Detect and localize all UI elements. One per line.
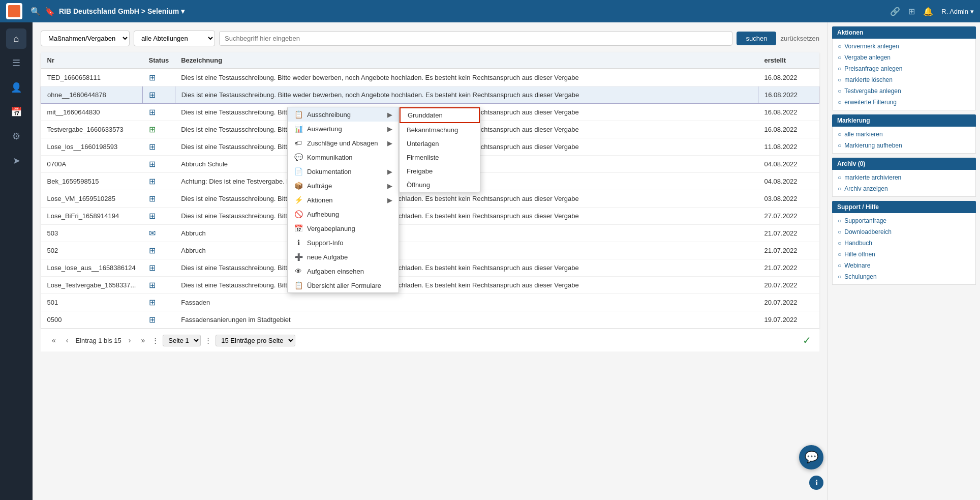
cell-bezeichnung: Fassaden: [175, 294, 758, 311]
menu-item-kommunikation[interactable]: 💬 Kommunikation: [288, 150, 399, 164]
search-input[interactable]: [219, 31, 732, 46]
panel-item-label: Handbuch: [844, 240, 872, 247]
submenu-item-freigabe[interactable]: Freigabe: [400, 164, 480, 178]
table-row[interactable]: Lose_VM_1659510285 ⊞ Dies ist eine Testa…: [41, 190, 819, 208]
notification-icon[interactable]: 🔔: [923, 7, 933, 16]
cell-erstellt: 21.07.2022: [758, 259, 819, 277]
table-row[interactable]: 0500 ⊞ Fassadensanierungen im Stadtgebie…: [41, 311, 819, 329]
panel-item-icon: ○: [838, 228, 841, 236]
page-prev-btn[interactable]: ‹: [63, 335, 72, 345]
submenu-item-bekanntmachung[interactable]: Bekanntmachung: [400, 123, 480, 137]
page-first-btn[interactable]: «: [49, 335, 59, 345]
submenu-item-grunddaten[interactable]: Grunddaten: [400, 107, 480, 123]
menu-item-aufhebung[interactable]: 🚫 Aufhebung: [288, 207, 399, 221]
panel-item-3-1[interactable]: ○ Downloadbereich: [833, 226, 975, 238]
table-row[interactable]: Lose_lose_aus__1658386124 ⊞ Dies ist ein…: [41, 259, 819, 277]
status-icon: ⊞: [149, 194, 156, 203]
panel-item-2-0[interactable]: ○ markierte archivieren: [833, 172, 975, 183]
panel-item-label: Vergabe anlegen: [844, 54, 891, 61]
panel-item-3-0[interactable]: ○ Supportanfrage: [833, 215, 975, 226]
per-page-select[interactable]: 15 Einträge pro Seite 25 Einträge pro Se…: [216, 335, 295, 346]
user-menu-button[interactable]: R. Admin ▾: [941, 8, 974, 15]
cell-nr: Lose_Testvergabe_1658337...: [41, 277, 143, 294]
arrow-icon-3: ▶: [387, 139, 392, 147]
table-row[interactable]: Lose_Testvergabe_1658337... ⊞ Dies ist e…: [41, 277, 819, 294]
col-status: Status: [143, 52, 175, 69]
panel-item-3-5[interactable]: ○ Schulungen: [833, 271, 975, 282]
page-select[interactable]: Seite 1 Seite 2: [163, 335, 201, 346]
menu-item-auswertung[interactable]: 📊 Auswertung ▶: [288, 122, 399, 136]
menu-item-formulare[interactable]: 📋 Übersicht aller Formulare: [288, 278, 399, 292]
menu-item-support-info[interactable]: ℹ Support-Info: [288, 236, 399, 250]
submenu-item-unterlagen[interactable]: Unterlagen: [400, 137, 480, 151]
table-row[interactable]: 501 ⊞ Fassaden 20.07.2022: [41, 294, 819, 311]
sidebar-item-calendar[interactable]: 📅: [6, 102, 26, 122]
panel-item-0-4[interactable]: ○ Testvergabe anlegen: [833, 85, 975, 97]
bookmark-icon[interactable]: 🔖: [45, 7, 55, 16]
reset-button[interactable]: zurücksetzen: [780, 35, 819, 42]
per-page-icon[interactable]: ⋮: [205, 337, 211, 344]
cell-bezeichnung: Fassadensanierungen im Stadtgebiet: [175, 311, 758, 329]
menu-item-aufgaben-einsehen[interactable]: 👁 Aufgaben einsehen: [288, 264, 399, 278]
menu-item-ausschreibung[interactable]: 📋 Ausschreibung ▶: [288, 107, 399, 122]
panel-item-1-0[interactable]: ○ alle markieren: [833, 129, 975, 140]
panel-body: ○ Vorvermerk anlegen ○ Vergabe anlegen ○…: [832, 39, 976, 110]
panel-item-0-5[interactable]: ○ erweiterte Filterung: [833, 97, 975, 108]
panel-item-icon: ○: [838, 174, 841, 181]
sidebar-item-users[interactable]: 👤: [6, 77, 26, 98]
sidebar-item-home[interactable]: ⌂: [6, 28, 26, 49]
grid-icon[interactable]: ⊞: [908, 7, 915, 16]
cell-erstellt: 20.07.2022: [758, 294, 819, 311]
menu-item-dokumentation[interactable]: 📄 Dokumentation ▶: [288, 164, 399, 179]
global-search-icon[interactable]: 🔍: [30, 7, 41, 16]
sidebar-item-settings[interactable]: ⚙: [6, 126, 26, 146]
menu-item-neue-aufgabe[interactable]: ➕ neue Aufgabe: [288, 250, 399, 264]
panel-item-0-1[interactable]: ○ Vergabe anlegen: [833, 52, 975, 63]
menu-item-auftraege[interactable]: 📦 Aufträge ▶: [288, 179, 399, 193]
page-last-btn[interactable]: »: [138, 335, 148, 345]
panel-item-icon: ○: [838, 142, 841, 149]
cell-erstellt: 16.08.2022: [758, 104, 819, 121]
table-row[interactable]: 503 ✉ Abbruch 21.07.2022: [41, 225, 819, 242]
panel-item-icon: ○: [838, 76, 841, 83]
panel-item-2-1[interactable]: ○ Archiv anzeigen: [833, 183, 975, 194]
search-button[interactable]: suchen: [737, 32, 776, 45]
sidebar-item-export[interactable]: ➤: [6, 151, 26, 171]
sidebar-item-menu[interactable]: ☰: [6, 53, 26, 73]
table-row[interactable]: ohne__1660644878 ⊞ Dies ist eine Testaus…: [41, 86, 819, 104]
cell-status: ⊞: [143, 138, 175, 156]
menu-item-zuschlaege[interactable]: 🏷 Zuschläge und Absagen ▶: [288, 136, 399, 150]
cell-bezeichnung: Dies ist eine Testausschreibung. Bitte w…: [175, 86, 758, 104]
panel-item-icon: ○: [838, 87, 841, 95]
filter-type-select[interactable]: Maßnahmen/Vergaben Maßnahmen Vergaben: [41, 31, 130, 46]
page-next-btn[interactable]: ›: [126, 335, 134, 345]
table-row[interactable]: 502 ⊞ Abbruch 21.07.2022: [41, 242, 819, 259]
submenu-item-firmenliste[interactable]: Firmenliste: [400, 151, 480, 164]
page-menu-icon[interactable]: ⋮: [152, 337, 159, 344]
panel-item-0-3[interactable]: ○ markierte löschen: [833, 74, 975, 85]
panel-item-0-2[interactable]: ○ Preisanfrage anlegen: [833, 63, 975, 74]
panel-item-3-4[interactable]: ○ Webinare: [833, 260, 975, 271]
submenu-item-oeffnung[interactable]: Öffnung: [400, 178, 480, 192]
panel-item-1-1[interactable]: ○ Markierung aufheben: [833, 140, 975, 151]
cell-status: ⊞: [143, 121, 175, 138]
table-row[interactable]: Lose_BiFri_1658914194 ⊞ Dies ist eine Te…: [41, 208, 819, 225]
table-row[interactable]: TED_1660658111 ⊞ Dies ist eine Testaussc…: [41, 69, 819, 86]
panel-item-icon: ○: [838, 99, 841, 106]
cell-status: ⊞: [143, 311, 175, 329]
panel-item-label: Webinare: [844, 262, 870, 269]
chat-button[interactable]: 💬: [799, 445, 823, 469]
info-button[interactable]: ℹ: [809, 476, 823, 490]
department-select[interactable]: alle Abteilungen Abteilung 1: [134, 31, 215, 46]
new-item-icon[interactable]: 🔗: [890, 7, 900, 16]
menu-item-vergabeplanung[interactable]: 📅 Vergabeplanung: [288, 221, 399, 236]
cell-nr: 502: [41, 242, 143, 259]
menu-item-aktionen[interactable]: ⚡ Aktionen ▶: [288, 193, 399, 207]
panel-item-3-2[interactable]: ○ Handbuch: [833, 238, 975, 249]
panel-item-3-3[interactable]: ○ Hilfe öffnen: [833, 249, 975, 260]
cell-nr: Lose_BiFri_1658914194: [41, 208, 143, 225]
panel-header: Archiv (0): [832, 158, 976, 170]
panel-item-0-0[interactable]: ○ Vorvermerk anlegen: [833, 41, 975, 52]
cell-status: ⊞: [143, 259, 175, 277]
panel-body: ○ markierte archivieren ○ Archiv anzeige…: [832, 170, 976, 197]
